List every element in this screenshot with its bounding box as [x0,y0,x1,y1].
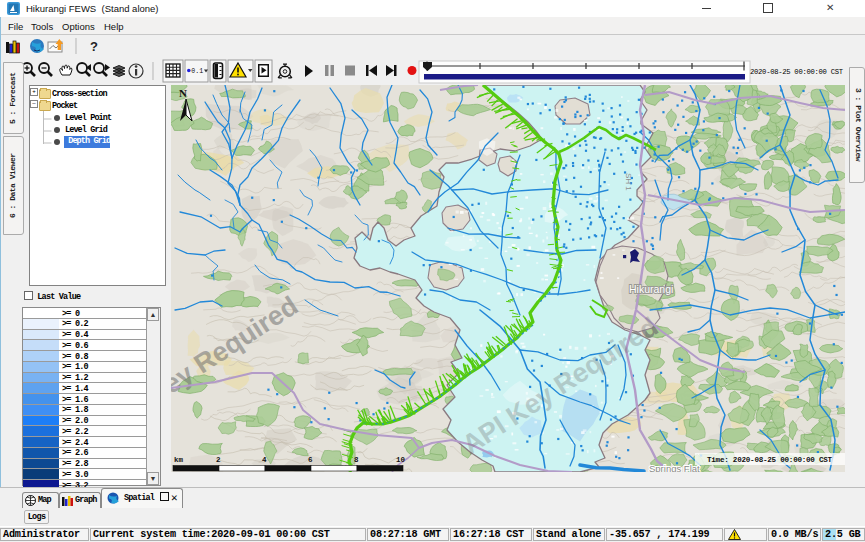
svg-text:?: ? [90,39,98,54]
svg-text:N: N [179,87,187,99]
svg-text:6: 6 [308,456,313,464]
svg-text:Time: 2020-08-25 00:00:00 CST: Time: 2020-08-25 00:00:00 CST [707,456,833,464]
svg-text:8: 8 [354,456,359,464]
svg-text:2020-08-25 00:00:00 CST: 2020-08-25 00:00:00 CST [750,68,844,76]
svg-text:10: 10 [396,456,406,464]
svg-text:2: 2 [216,456,221,464]
svg-text:4: 4 [262,456,267,464]
svg-text:Springs Flat: Springs Flat [649,463,700,472]
svg-text:SH 1: SH 1 [624,173,633,191]
svg-text:0.1: 0.1 [191,68,203,75]
svg-text:km: km [174,456,184,464]
svg-text:Hikurangi: Hikurangi [629,283,673,295]
